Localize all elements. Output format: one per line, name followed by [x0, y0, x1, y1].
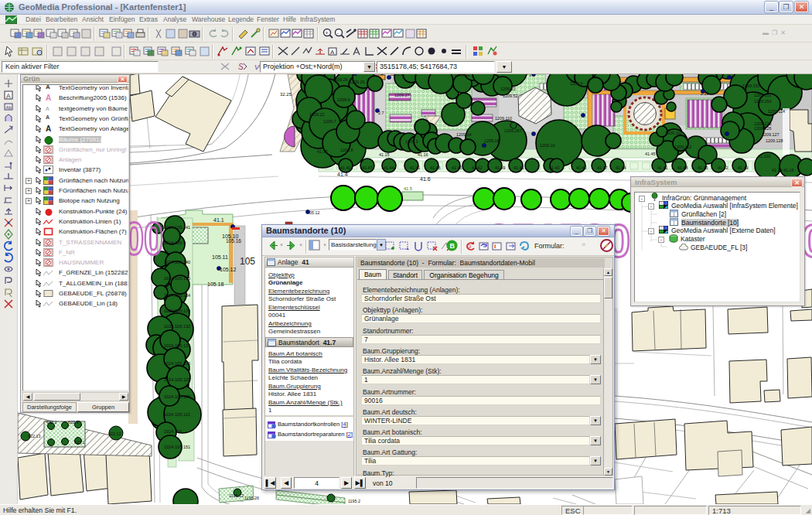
svg-text:2.19: 2.19	[701, 91, 709, 96]
svg-text:41.45: 41.45	[698, 165, 708, 170]
svg-text:G: G	[467, 244, 471, 249]
svg-text:1209.9: 1209.9	[337, 97, 350, 102]
svg-text:41.1: 41.1	[213, 217, 224, 223]
svg-text:Ab: Ab	[6, 105, 12, 110]
svg-text:1209.29: 1209.29	[333, 77, 348, 82]
svg-text:1.6: 1.6	[529, 74, 535, 77]
svg-text:1195.2: 1195.2	[348, 499, 360, 503]
svg-text:1209.112: 1209.112	[674, 145, 691, 149]
svg-text:41.45: 41.45	[645, 152, 656, 156]
svg-text:41.42: 41.42	[472, 165, 483, 170]
svg-text:1024.105.130: 1024.105.130	[164, 361, 190, 366]
svg-text:1024.105.123: 1024.105.123	[164, 394, 190, 399]
svg-text:1209.53: 1209.53	[500, 87, 516, 91]
svg-text:41.4: 41.4	[337, 172, 348, 177]
svg-text:41.48: 41.48	[430, 165, 441, 170]
svg-text:1024.105.140: 1024.105.140	[164, 260, 190, 264]
svg-text:1024.105.134: 1024.105.134	[164, 293, 190, 298]
svg-text:105.18: 105.18	[207, 281, 224, 287]
svg-text:1209.267: 1209.267	[504, 128, 521, 133]
svg-text:1209.31: 1209.31	[390, 74, 405, 77]
svg-text:1024.105.9: 1024.105.9	[164, 240, 186, 245]
svg-text:622.1: 622.1	[74, 440, 85, 445]
svg-text:1209.22: 1209.22	[309, 112, 325, 117]
svg-text:622.2: 622.2	[46, 420, 57, 425]
svg-text:105.16: 105.16	[226, 238, 241, 244]
svg-text:105.11: 105.11	[212, 254, 228, 260]
svg-text:41.49: 41.49	[738, 165, 749, 170]
svg-text:1024.105.151: 1024.105.151	[164, 445, 190, 449]
svg-text:1024.105.121: 1024.105.121	[164, 412, 190, 417]
svg-text:1209.26: 1209.26	[350, 80, 365, 84]
svg-text:A: A	[330, 49, 335, 56]
svg-text:S: S	[238, 63, 244, 71]
svg-text:1209.154: 1209.154	[754, 99, 771, 104]
svg-text:1024.119: 1024.119	[164, 429, 182, 434]
svg-text:1024.105.133: 1024.105.133	[164, 309, 190, 313]
svg-text:i: i	[494, 243, 496, 250]
svg-text:41.6: 41.6	[420, 176, 431, 182]
svg-text:41.48: 41.48	[677, 165, 688, 170]
svg-text:1209.7: 1209.7	[323, 119, 336, 124]
svg-text:1209.114: 1209.114	[768, 109, 785, 114]
svg-text:1209.18: 1209.18	[484, 138, 500, 143]
svg-text:41.15: 41.15	[379, 152, 390, 157]
svg-text:41.44: 41.44	[384, 165, 394, 170]
svg-text:32.25: 32.25	[280, 92, 292, 97]
svg-text:1024.105.132: 1024.105.132	[164, 324, 190, 329]
svg-text:05.12: 05.12	[309, 210, 320, 215]
svg-text:1024.105.131: 1024.105.131	[164, 343, 190, 348]
svg-text:41.40: 41.40	[576, 165, 587, 170]
svg-text:41.41: 41.41	[410, 165, 421, 170]
svg-text:1209.19: 1209.19	[540, 143, 555, 148]
svg-text:1209.42: 1209.42	[455, 74, 470, 77]
svg-text:41.19 41.18: 41.19 41.18	[772, 168, 793, 172]
svg-text:1209.14: 1209.14	[456, 132, 472, 137]
svg-text:1195.26: 1195.26	[244, 496, 259, 500]
svg-text:41.44: 41.44	[616, 165, 626, 170]
svg-text:2.7: 2.7	[378, 111, 384, 115]
svg-text:1209.8: 1209.8	[340, 148, 353, 152]
svg-text:41.47: 41.47	[362, 165, 373, 170]
svg-text:41.33: 41.33	[317, 149, 328, 154]
svg-text:41.40: 41.40	[340, 165, 351, 170]
svg-text:622.13: 622.13	[28, 434, 41, 438]
svg-text:1209.3: 1209.3	[405, 139, 418, 144]
svg-text:1209.110: 1209.110	[665, 131, 682, 135]
svg-text:1209.126: 1209.126	[754, 126, 771, 131]
svg-text:1209.6: 1209.6	[570, 81, 583, 86]
svg-text:41.45: 41.45	[452, 165, 462, 170]
svg-text:1209.151: 1209.151	[754, 93, 771, 97]
svg-text:41.42: 41.42	[718, 165, 728, 170]
svg-text:1209.27: 1209.27	[394, 93, 410, 97]
svg-text:1209.127: 1209.127	[762, 132, 779, 137]
svg-text:1209.150: 1209.150	[742, 84, 759, 88]
svg-text:1024.105.135: 1024.105.135	[164, 276, 190, 281]
svg-text:1209.128: 1209.128	[766, 138, 783, 143]
svg-text:41.41: 41.41	[657, 165, 668, 170]
svg-text:1024.105.125: 1024.105.125	[164, 377, 190, 382]
svg-text:622.9: 622.9	[68, 420, 79, 425]
svg-text:+: +	[325, 30, 328, 36]
svg-text:1209.52: 1209.52	[503, 94, 518, 98]
svg-text:41.46: 41.46	[513, 165, 524, 170]
svg-text:00: 00	[125, 213, 163, 264]
svg-text:1024.105.141: 1024.105.141	[164, 225, 190, 230]
svg-text:B: B	[450, 242, 455, 250]
svg-text:41.16: 41.16	[418, 152, 428, 157]
svg-text:1209.110: 1209.110	[495, 116, 512, 121]
svg-text:41.49: 41.49	[495, 165, 506, 170]
svg-text:105: 105	[240, 256, 255, 267]
svg-text:41.100: 41.100	[758, 154, 771, 159]
svg-text:41.43: 41.43	[549, 165, 560, 170]
svg-text:A: A	[6, 92, 11, 100]
svg-text:41.5: 41.5	[404, 186, 412, 191]
svg-text:1209.41: 1209.41	[431, 74, 446, 75]
svg-text:622.12: 622.12	[108, 431, 121, 436]
svg-text:105.12: 105.12	[220, 267, 237, 272]
svg-text:41.47: 41.47	[597, 165, 608, 170]
svg-text:1195.13: 1195.13	[229, 493, 244, 498]
